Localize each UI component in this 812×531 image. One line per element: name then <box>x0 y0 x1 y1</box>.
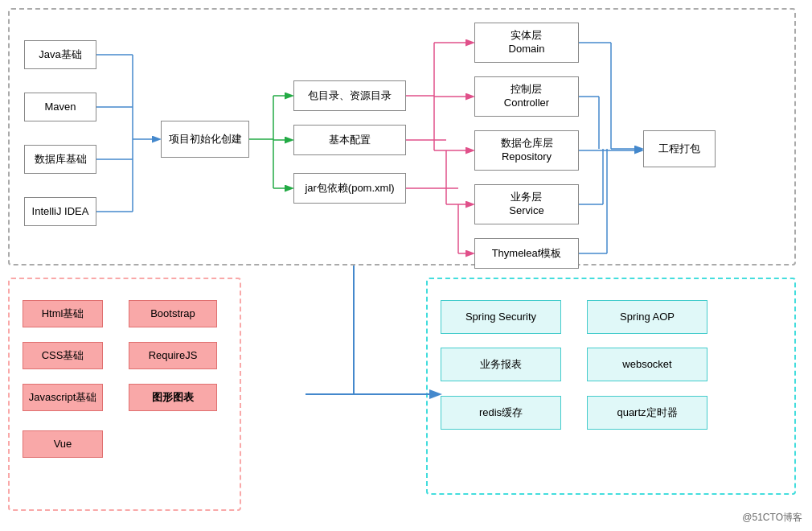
box-service: 业务层 Service <box>474 184 579 224</box>
box-html: Html基础 <box>23 300 103 327</box>
box-java: Java基础 <box>24 40 96 69</box>
box-intellij: IntelliJ IDEA <box>24 197 96 226</box>
box-redis: redis缓存 <box>441 396 561 430</box>
box-project-init: 项目初始化创建 <box>161 121 249 158</box>
box-database: 数据库基础 <box>24 145 96 174</box>
box-jar-dep: jar包依赖(pom.xml) <box>293 173 406 204</box>
watermark: @51CTO博客 <box>742 511 802 525</box>
box-spring-aop: Spring AOP <box>587 300 707 334</box>
box-domain: 实体层 Domain <box>474 23 579 63</box>
box-charts: 图形图表 <box>129 384 217 411</box>
box-repository: 数据仓库层 Repository <box>474 130 579 171</box>
box-spring-security: Spring Security <box>441 300 561 334</box>
diagram-container: Java基础 Maven 数据库基础 IntelliJ IDEA 项目初始化创建… <box>0 0 812 531</box>
box-requirejs: RequireJS <box>129 342 217 369</box>
box-js: Javascript基础 <box>23 384 103 411</box>
box-thymeleaf: Thymeleaf模板 <box>474 238 579 269</box>
box-business-report: 业务报表 <box>441 348 561 381</box>
box-build: 工程打包 <box>643 130 716 167</box>
box-maven: Maven <box>24 93 96 121</box>
box-bootstrap: Bootstrap <box>129 300 217 327</box>
box-vue: Vue <box>23 430 103 458</box>
box-css: CSS基础 <box>23 342 103 369</box>
box-controller: 控制层 Controller <box>474 76 579 117</box>
box-websocket: websocket <box>587 348 707 381</box>
box-quartz: quartz定时器 <box>587 396 707 430</box>
box-pkg-dir: 包目录、资源目录 <box>293 80 406 111</box>
box-basic-config: 基本配置 <box>293 125 406 155</box>
